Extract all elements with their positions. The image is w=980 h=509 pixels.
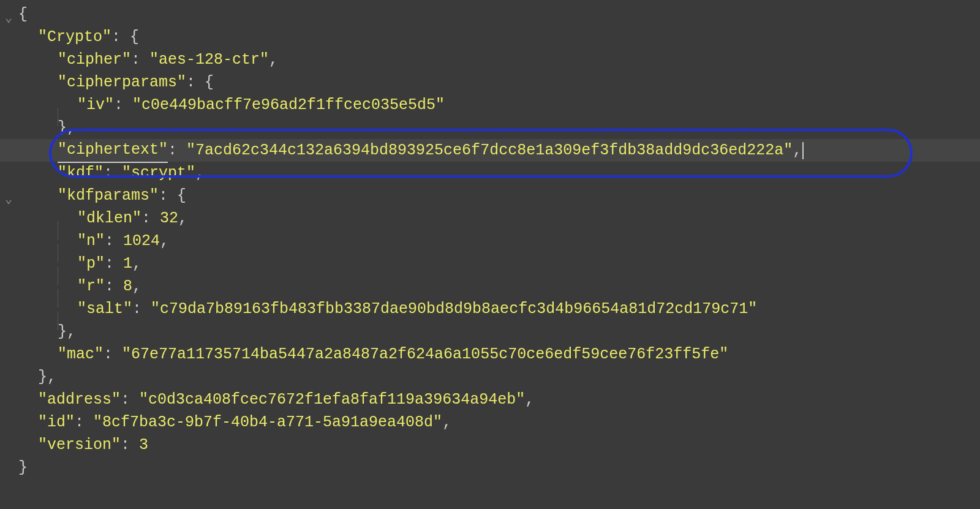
json-punctuation: : [104,162,122,184]
json-string: "7acd62c344c132a6394bd893925ce6f7dcc8e1a… [186,139,793,162]
code-line[interactable]: { [0,3,980,26]
code-editor[interactable]: {"Crypto": {"cipher": "aes-128-ctr","cip… [0,0,980,479]
chevron-down-icon[interactable]: ⌄ [5,188,12,211]
json-key: "dklen" [77,207,141,230]
code-line[interactable]: "p": 1, [0,252,980,275]
json-punctuation: { [18,3,28,26]
json-string: "c79da7b89163fb483fbb3387dae90bd8d9b8aec… [151,298,757,320]
json-number: 1024 [123,230,160,252]
json-key: "mac" [58,343,104,366]
json-key: "id" [38,411,75,434]
json-number: 32 [160,207,178,230]
json-punctuation: , [269,48,278,71]
code-line[interactable]: "ciphertext": "7acd62c344c132a6394bd8939… [0,139,980,162]
json-string: "c0e449bacff7e96ad2f1ffcec035e5d5" [132,94,445,116]
json-punctuation: } [18,456,28,479]
json-key: "r" [77,275,105,298]
json-punctuation: : [168,139,186,162]
code-line[interactable]: "kdfparams": { [0,184,980,207]
code-line[interactable]: } [0,456,980,479]
code-line[interactable]: "cipherparams": { [0,71,980,94]
json-punctuation: , [195,162,205,184]
json-key: "cipher" [58,48,131,71]
json-key: "p" [77,252,105,275]
json-punctuation: : { [186,71,214,94]
json-key: "address" [38,388,121,411]
json-punctuation: : [104,343,122,366]
json-string: "scrypt" [122,162,195,184]
code-line[interactable]: }, [0,116,980,139]
json-string: "aes-128-ctr" [149,48,269,71]
json-punctuation: : [105,275,123,298]
code-line[interactable]: "iv": "c0e449bacff7e96ad2f1ffcec035e5d5" [0,94,980,116]
json-punctuation: , [525,388,534,411]
code-line[interactable]: }, [0,366,980,388]
json-key: "ciphertext" [58,138,168,163]
json-punctuation: : [131,48,149,71]
json-punctuation: , [793,139,802,162]
code-line[interactable]: "salt": "c79da7b89163fb483fbb3387dae90bd… [0,298,980,320]
text-cursor [802,142,804,159]
json-punctuation: : { [111,26,139,48]
json-punctuation: , [132,275,141,298]
json-punctuation: : [132,298,151,320]
code-line[interactable]: "cipher": "aes-128-ctr", [0,48,980,71]
json-punctuation: : [105,230,123,252]
code-line[interactable]: "id": "8cf7ba3c-9b7f-40b4-a771-5a91a9ea4… [0,411,980,434]
code-line[interactable]: "dklen": 32, [0,207,980,230]
json-number: 1 [123,252,132,275]
json-punctuation: , [132,252,141,275]
json-punctuation: }, [58,116,76,139]
code-line[interactable]: "version": 3 [0,434,980,456]
code-line[interactable]: "r": 8, [0,275,980,298]
json-string: "67e77a11735714ba5447a2a8487a2f624a6a105… [122,343,728,366]
json-punctuation: : [141,207,160,230]
json-punctuation: }, [38,366,56,388]
chevron-down-icon[interactable]: ⌄ [5,7,12,29]
json-punctuation: }, [58,320,76,343]
json-key: "version" [38,434,121,456]
json-key: "kdf" [58,162,104,184]
json-key: "iv" [77,94,114,116]
json-punctuation: : { [159,184,186,207]
json-number: 3 [139,434,148,456]
json-punctuation: , [442,411,451,434]
json-punctuation: : [75,411,93,434]
json-number: 8 [123,275,132,298]
json-punctuation: : [105,252,123,275]
json-punctuation: : [121,388,139,411]
json-punctuation: , [160,230,169,252]
json-string: "8cf7ba3c-9b7f-40b4-a771-5a91a9ea408d" [93,411,442,434]
json-key: "Crypto" [38,26,111,48]
json-punctuation: , [178,207,187,230]
json-string: "c0d3ca408fcec7672f1efa8faf119a39634a94e… [139,388,525,411]
json-key: "n" [77,230,105,252]
json-punctuation: : [121,434,139,456]
code-line[interactable]: "n": 1024, [0,230,980,252]
code-line[interactable]: "mac": "67e77a11735714ba5447a2a8487a2f62… [0,343,980,366]
code-line[interactable]: }, [0,320,980,343]
code-line[interactable]: "address": "c0d3ca408fcec7672f1efa8faf11… [0,388,980,411]
code-line[interactable]: "kdf": "scrypt", [0,162,980,184]
json-key: "salt" [77,298,132,320]
json-punctuation: : [114,94,132,116]
json-key: "kdfparams" [58,184,159,207]
json-key: "cipherparams" [58,71,186,94]
code-line[interactable]: "Crypto": { [0,26,980,48]
